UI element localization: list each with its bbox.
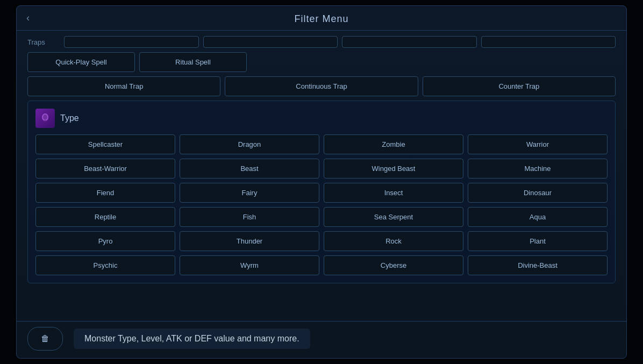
trap-type-btn-4[interactable] <box>481 36 616 48</box>
type-btn-zombie[interactable]: Zombie <box>324 134 463 154</box>
close-button[interactable]: ‹ <box>26 12 30 24</box>
delete-button[interactable]: 🗑 <box>27 327 63 351</box>
trap-type-btn-2[interactable] <box>203 36 338 48</box>
type-btn-fish[interactable]: Fish <box>180 207 319 227</box>
trap-row: Normal Trap Continuous Trap Counter Trap <box>27 76 616 96</box>
type-section-title: Type <box>60 113 79 123</box>
quick-play-spell-btn[interactable]: Quick-Play Spell <box>27 52 135 72</box>
type-btn-fiend[interactable]: Fiend <box>35 183 175 203</box>
type-btn-reptile[interactable]: Reptile <box>35 207 175 227</box>
type-btn-rock[interactable]: Rock <box>324 231 463 251</box>
trap-type-btn-3[interactable] <box>342 36 477 48</box>
type-btn-sea-serpent[interactable]: Sea Serpent <box>324 207 463 227</box>
type-section: Type SpellcasterDragonZombieWarriorBeast… <box>27 101 616 283</box>
ritual-spell-btn[interactable]: Ritual Spell <box>139 52 247 72</box>
type-btn-divine-beast[interactable]: Divine-Beast <box>468 255 608 275</box>
type-btn-wyrm[interactable]: Wyrm <box>180 255 319 275</box>
trap-type-btn-1[interactable] <box>64 36 199 48</box>
type-btn-plant[interactable]: Plant <box>468 231 608 251</box>
modal-title: Filter Menu <box>294 13 348 24</box>
type-btn-machine[interactable]: Machine <box>468 159 608 179</box>
type-btn-beast-warrior[interactable]: Beast-Warrior <box>35 159 175 179</box>
type-btn-beast[interactable]: Beast <box>180 159 319 179</box>
continuous-trap-btn[interactable]: Continuous Trap <box>225 76 418 96</box>
modal-footer: 🗑 Monster Type, Level, ATK or DEF value … <box>17 321 626 358</box>
type-btn-winged-beast[interactable]: Winged Beast <box>324 159 463 179</box>
type-btn-insect[interactable]: Insect <box>324 183 463 203</box>
type-icon <box>35 109 55 128</box>
type-btn-pyro[interactable]: Pyro <box>35 231 175 251</box>
type-btn-aqua[interactable]: Aqua <box>468 207 608 227</box>
type-section-header: Type <box>35 109 608 128</box>
type-btn-fairy[interactable]: Fairy <box>180 183 319 203</box>
filter-modal: ‹ Filter Menu Traps Quick-Play Spell Rit… <box>16 5 627 359</box>
footer-hint: Monster Type, Level, ATK or DEF value an… <box>74 329 310 349</box>
modal-header: ‹ Filter Menu <box>17 6 626 31</box>
type-grid: SpellcasterDragonZombieWarriorBeast-Warr… <box>35 134 608 275</box>
type-btn-cyberse[interactable]: Cyberse <box>324 255 463 275</box>
modal-body: Traps Quick-Play Spell Ritual Spell Norm… <box>17 31 626 321</box>
type-btn-dinosaur[interactable]: Dinosaur <box>468 183 608 203</box>
type-btn-psychic[interactable]: Psychic <box>35 255 175 275</box>
type-btn-spellcaster[interactable]: Spellcaster <box>35 134 175 154</box>
delete-icon: 🗑 <box>41 334 49 344</box>
svg-point-1 <box>43 115 47 120</box>
counter-trap-btn[interactable]: Counter Trap <box>423 76 616 96</box>
spell-row: Quick-Play Spell Ritual Spell <box>27 52 616 72</box>
normal-trap-btn[interactable]: Normal Trap <box>27 76 220 96</box>
traps-label: Traps <box>27 38 60 46</box>
type-btn-thunder[interactable]: Thunder <box>180 231 319 251</box>
type-btn-warrior[interactable]: Warrior <box>468 134 608 154</box>
type-btn-dragon[interactable]: Dragon <box>180 134 319 154</box>
